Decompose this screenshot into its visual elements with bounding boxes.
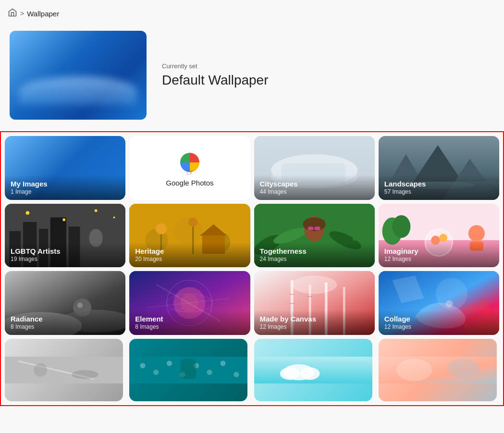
svg-point-84: [167, 361, 172, 366]
grid-item-imaginary-count: 12 Images: [384, 256, 493, 262]
cursor-icon: ☞: [186, 166, 195, 178]
grid-item-lgbtq[interactable]: LGBTQ Artists 19 Images: [5, 204, 125, 268]
grid-item-cityscapes-overlay: Cityscapes 44 Images: [254, 175, 375, 200]
grid-item-landscapes-title: Landscapes: [384, 180, 493, 188]
grid-item-togetherness-count: 24 Images: [260, 256, 369, 262]
grid-item-my-images-count: 1 Image: [11, 188, 120, 195]
svg-point-54: [77, 303, 83, 308]
svg-point-80: [72, 370, 98, 379]
grid-item-cityscapes-title: Cityscapes: [260, 180, 369, 188]
breadcrumb-current: Wallpaper: [27, 10, 59, 18]
grid-item-row4-2[interactable]: [129, 339, 247, 401]
grid-item-landscapes[interactable]: Landscapes 57 Images: [379, 136, 499, 200]
svg-rect-95: [379, 357, 497, 384]
grid-item-collage-count: 12 Images: [384, 323, 493, 330]
grid-item-element[interactable]: Element 8 Images: [129, 271, 250, 335]
grid-item-my-images-title: My Images: [11, 180, 120, 188]
grid-item-made-by-canvas-title: Made by Canvas: [260, 315, 369, 323]
svg-rect-70: [307, 297, 312, 297]
home-icon[interactable]: [8, 8, 17, 19]
grid-item-element-count: 8 Images: [135, 323, 244, 330]
svg-rect-38: [307, 226, 313, 230]
grid-item-collage-title: Collage: [384, 315, 493, 323]
breadcrumb: > Wallpaper: [0, 0, 504, 25]
grid-item-togetherness-overlay: Togetherness 24 Images: [254, 242, 375, 267]
grid-item-imaginary-title: Imaginary: [384, 247, 493, 256]
grid-item-imaginary-overlay: Imaginary 12 Images: [379, 242, 499, 267]
grid-item-row4-1[interactable]: [5, 339, 123, 401]
svg-point-88: [221, 361, 226, 366]
wallpaper-grid-section: My Images 1 Image ☞ Goog: [0, 131, 504, 406]
grid-item-heritage[interactable]: Heritage 20 Images: [129, 204, 250, 268]
wallpaper-grid: My Images 1 Image ☞ Goog: [5, 136, 499, 401]
grid-item-collage-overlay: Collage 12 Images: [379, 310, 499, 335]
svg-point-23: [175, 217, 202, 245]
svg-point-18: [95, 209, 98, 212]
svg-point-25: [156, 223, 167, 235]
svg-point-94: [300, 368, 320, 380]
grid-item-element-title: Element: [135, 315, 244, 323]
svg-rect-68: [289, 294, 294, 295]
svg-point-89: [234, 372, 239, 377]
wallpaper-name: Default Wallpaper: [162, 73, 269, 88]
svg-point-93: [280, 368, 299, 380]
svg-point-96: [396, 359, 432, 381]
google-photos-logo: ☞: [176, 149, 203, 176]
svg-point-37: [303, 217, 325, 231]
grid-item-heritage-count: 20 Images: [135, 256, 244, 262]
grid-item-made-by-canvas[interactable]: Made by Canvas 12 Images: [254, 271, 375, 335]
svg-point-48: [468, 225, 485, 241]
svg-point-17: [62, 218, 65, 221]
grid-item-lgbtq-title: LGBTQ Artists: [11, 247, 120, 256]
currently-set-label: Currently set: [162, 62, 269, 70]
grid-item-radiance-count: 8 Images: [11, 323, 120, 330]
grid-item-made-by-canvas-count: 12 Images: [260, 323, 369, 330]
svg-rect-77: [5, 357, 123, 384]
svg-point-71: [291, 276, 337, 294]
svg-point-19: [113, 216, 115, 218]
svg-point-79: [34, 363, 47, 377]
grid-item-lgbtq-count: 19 Images: [11, 256, 120, 262]
svg-point-44: [392, 215, 410, 237]
grid-item-collage[interactable]: Collage 12 Images: [379, 271, 499, 335]
svg-rect-90: [181, 359, 196, 379]
grid-item-google-photos[interactable]: ☞ Google Photos: [129, 136, 250, 200]
grid-item-element-overlay: Element 8 Images: [129, 310, 250, 335]
svg-point-76: [445, 300, 453, 308]
svg-rect-39: [315, 226, 320, 230]
grid-item-togetherness-title: Togetherness: [260, 247, 369, 256]
grid-item-cityscapes-count: 44 Images: [260, 188, 369, 195]
svg-point-47: [439, 234, 447, 242]
current-wallpaper-section: Currently set Default Wallpaper: [0, 25, 504, 131]
svg-point-83: [153, 370, 159, 375]
grid-item-row4-4[interactable]: [379, 339, 497, 401]
grid-item-togetherness[interactable]: Togetherness 24 Images: [254, 204, 375, 268]
current-wallpaper-info: Currently set Default Wallpaper: [162, 62, 269, 88]
current-wallpaper-thumbnail[interactable]: [10, 31, 147, 120]
svg-point-82: [140, 363, 146, 368]
grid-item-radiance-overlay: Radiance 8 Images: [5, 310, 125, 335]
breadcrumb-chevron: >: [20, 10, 24, 17]
svg-point-16: [26, 211, 30, 215]
google-photos-label: Google Photos: [166, 179, 213, 187]
grid-item-my-images-overlay: My Images 1 Image: [5, 175, 125, 200]
grid-item-cityscapes[interactable]: Cityscapes 44 Images: [254, 136, 375, 200]
svg-point-87: [207, 370, 212, 375]
grid-item-imaginary[interactable]: Imaginary 12 Images: [379, 204, 499, 268]
grid-item-row4-3[interactable]: [254, 339, 372, 401]
grid-item-landscapes-count: 57 Images: [384, 188, 493, 195]
grid-item-landscapes-overlay: Landscapes 57 Images: [379, 175, 499, 200]
grid-item-made-by-canvas-overlay: Made by Canvas 12 Images: [254, 310, 375, 335]
grid-item-radiance[interactable]: Radiance 8 Images: [5, 271, 125, 335]
svg-point-97: [448, 359, 479, 377]
svg-point-26: [189, 217, 198, 226]
grid-item-radiance-title: Radiance: [11, 315, 120, 323]
grid-item-heritage-overlay: Heritage 20 Images: [129, 242, 250, 267]
grid-item-lgbtq-overlay: LGBTQ Artists 19 Images: [5, 242, 125, 267]
grid-item-heritage-title: Heritage: [135, 247, 244, 256]
grid-item-my-images[interactable]: My Images 1 Image: [5, 136, 125, 200]
svg-rect-69: [289, 303, 294, 304]
